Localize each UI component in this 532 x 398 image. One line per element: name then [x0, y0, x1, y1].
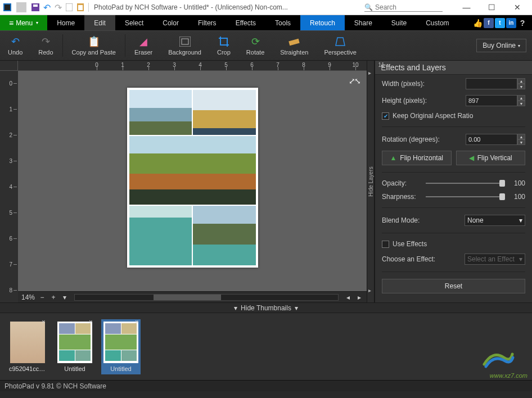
save-icon[interactable]	[30, 2, 40, 12]
twitter-icon[interactable]: t	[495, 18, 505, 28]
maximize-button[interactable]: ☐	[479, 0, 504, 15]
tab-custom[interactable]: Custom	[416, 15, 458, 30]
spin-up[interactable]: ▲	[517, 95, 525, 101]
svg-rect-6	[78, 5, 83, 10]
undo-icon[interactable]: ↶	[42, 2, 52, 12]
search-input[interactable]	[375, 3, 443, 11]
close-icon[interactable]: ×	[89, 318, 96, 325]
flip-vertical-button[interactable]: ◀Flip Vertical	[456, 151, 526, 165]
width-row: Width (pixels): ▲▼	[382, 78, 525, 89]
app-icon	[2, 2, 12, 12]
width-input[interactable]	[466, 78, 517, 89]
thumbnail-item[interactable]: × c952041ccb4a5c8...	[7, 319, 48, 374]
help-icon[interactable]: ?	[517, 18, 528, 28]
fullscreen-icon[interactable]: ⤢⤡	[349, 76, 360, 85]
rotate-tool[interactable]: ⟳Rotate	[238, 31, 272, 60]
separator	[62, 34, 63, 57]
checkbox-icon	[382, 241, 389, 248]
scroll-left-button[interactable]: ◂	[344, 293, 352, 301]
separator	[382, 272, 525, 272]
close-icon[interactable]: ×	[42, 318, 48, 325]
facebook-icon[interactable]: f	[484, 18, 494, 28]
separator	[382, 207, 525, 208]
horizontal-scrollbar[interactable]	[74, 294, 339, 301]
tab-tools[interactable]: Tools	[265, 15, 300, 30]
panel-collapse-grip[interactable]: ▸ Hide Layers ▸	[367, 61, 375, 302]
menu-button[interactable]: Menu	[0, 15, 47, 30]
status-text: PhotoPad v 9.81 © NCH Software	[4, 382, 106, 390]
new-doc-icon[interactable]	[64, 2, 74, 12]
separator	[382, 233, 525, 233]
thumbnail-name: Untitled	[64, 365, 85, 372]
menu-tabs: Home Edit Select Color Filters Effects T…	[47, 15, 458, 30]
opacity-row: Opacity: 100	[382, 179, 525, 187]
thumbnail-image: ×	[10, 322, 45, 363]
rotation-label: Rotation (degrees):	[382, 135, 461, 143]
blend-select[interactable]: None▾	[465, 215, 525, 226]
spin-down[interactable]: ▼	[517, 84, 525, 89]
separator	[125, 34, 125, 57]
svg-rect-4	[66, 3, 73, 11]
tab-home[interactable]: Home	[47, 15, 84, 30]
tab-select[interactable]: Select	[115, 15, 153, 30]
use-effects-label: Use Effects	[393, 240, 427, 248]
separator	[382, 172, 525, 173]
spin-up[interactable]: ▲	[517, 78, 525, 84]
effects-layers-panel: Effects and Layers Width (pixels): ▲▼ He…	[375, 61, 532, 302]
buy-online-button[interactable]: Buy Online	[476, 39, 526, 52]
zoom-bar: 14% − + ▾ ◂ ▸	[18, 291, 367, 302]
height-label: Height (pixels):	[382, 97, 461, 105]
flip-horizontal-button[interactable]: ▲Flip Horizontal	[382, 151, 452, 165]
paste-icon[interactable]	[75, 2, 85, 12]
tab-effects[interactable]: Effects	[226, 15, 265, 30]
choose-effect-row: Choose an Effect: Select an Effect▾	[382, 254, 525, 265]
close-icon[interactable]: ×	[135, 318, 142, 325]
like-icon[interactable]: 👍	[472, 18, 483, 28]
opacity-slider[interactable]	[426, 183, 505, 184]
choose-effect-label: Choose an Effect:	[382, 255, 460, 263]
thumbnail-item-selected[interactable]: × Untitled	[101, 319, 141, 374]
hide-thumbnails-button[interactable]: ▾ Hide Thumbnails ▾	[0, 302, 532, 313]
tab-share[interactable]: Share	[345, 15, 382, 30]
rotation-input[interactable]	[466, 134, 517, 145]
copy-paste-tool[interactable]: 📋Copy and Paste	[64, 31, 124, 60]
canvas-viewport[interactable]: ⤢⤡	[18, 71, 367, 291]
height-input[interactable]	[466, 95, 517, 106]
spin-down[interactable]: ▼	[517, 139, 525, 145]
perspective-tool[interactable]: Perspective	[316, 31, 364, 60]
zoom-in-button[interactable]: +	[49, 293, 57, 301]
close-button[interactable]: ✕	[504, 0, 530, 15]
thumbnail-item[interactable]: × Untitled	[55, 319, 94, 374]
crop-tool[interactable]: Crop	[209, 31, 238, 60]
tab-filters[interactable]: Filters	[188, 15, 226, 30]
spin-down[interactable]: ▼	[517, 101, 525, 106]
thumbnail-image: ×	[103, 322, 138, 363]
search-box[interactable]: 🔍	[364, 3, 443, 12]
tab-suite[interactable]: Suite	[382, 15, 416, 30]
tab-color[interactable]: Color	[153, 15, 188, 30]
redo-icon[interactable]: ↷	[53, 2, 63, 12]
straighten-tool[interactable]: Straighten	[272, 31, 316, 60]
keep-aspect-checkbox[interactable]: ✔ Keep Original Aspect Ratio	[382, 112, 525, 120]
background-tool[interactable]: Background	[160, 31, 209, 60]
zoom-menu-button[interactable]: ▾	[61, 293, 69, 301]
canvas-image[interactable]	[127, 88, 258, 268]
spin-up[interactable]: ▲	[517, 134, 525, 139]
tab-edit[interactable]: Edit	[84, 15, 115, 30]
zoom-out-button[interactable]: −	[38, 293, 46, 301]
eraser-tool[interactable]: ◢Eraser	[127, 31, 160, 60]
tab-retouch[interactable]: Retouch	[300, 15, 345, 30]
separator	[16, 2, 26, 12]
reset-button[interactable]: Reset	[382, 279, 525, 293]
scroll-right-button[interactable]: ▸	[355, 293, 363, 301]
linkedin-icon[interactable]: in	[506, 18, 516, 28]
redo-tool[interactable]: ↷Redo	[30, 31, 61, 60]
use-effects-checkbox[interactable]: Use Effects	[382, 240, 525, 248]
undo-tool[interactable]: ↶Undo	[0, 31, 30, 60]
minimize-button[interactable]: —	[454, 0, 479, 15]
sharpness-slider[interactable]	[426, 196, 505, 197]
workspace: 012345678 01234567891011 ⤢⤡ 14% − + ▾ ◂ …	[0, 61, 532, 302]
window-controls: — ☐ ✕	[454, 0, 530, 15]
opacity-label: Opacity:	[382, 179, 421, 187]
thumbnail-name: Untitled	[110, 365, 131, 372]
